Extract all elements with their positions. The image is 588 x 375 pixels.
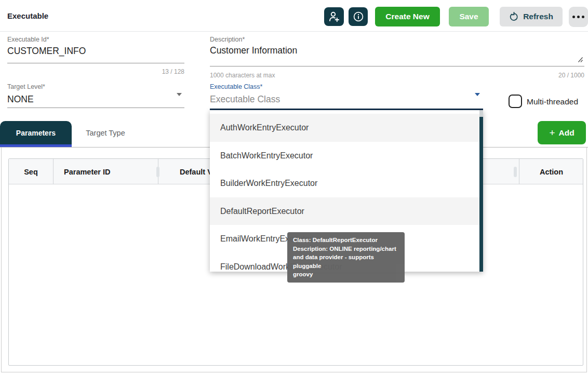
tooltip-line: Description: ONLINE reporting/chart [293,245,399,253]
tab-target-type[interactable]: Target Type [72,121,139,144]
info-button[interactable] [349,7,368,26]
dropdown-option[interactable]: DefaultReportExecutor [210,197,483,225]
textarea-resize-icon[interactable] [577,56,583,63]
refresh-button[interactable]: Refresh [500,7,563,26]
dropdown-option[interactable]: BatchWorkEntryExecutor [210,142,483,170]
add-button-label: Add [558,128,574,138]
tooltip-line: Class: DefaultReportExecutor [293,236,399,245]
multi-threaded-label: Multi-threaded [527,97,578,106]
column-resize-handle[interactable] [156,167,159,177]
page-title: Executable [7,11,48,20]
dropdown-option[interactable]: BuilderWorkEntryExecutor [210,169,483,197]
executable-page: Executable Create New Save Re [0,0,588,375]
executable-id-underline [7,63,184,63]
option-tooltip: Class: DefaultReportExecutor Description… [287,232,405,283]
description-underline [210,66,584,66]
refresh-label: Refresh [523,12,553,21]
executable-id-label: Executable Id* [7,36,49,43]
more-options-button[interactable] [569,7,588,27]
target-level-underline [7,108,184,108]
chevron-down-icon[interactable] [475,93,480,96]
column-resize-handle[interactable] [514,167,517,177]
column-divider [519,159,519,184]
target-level-label: Target Level* [7,83,45,90]
target-level-select[interactable]: NONE [7,94,34,105]
add-button[interactable]: + Add [538,121,586,144]
create-new-button[interactable]: Create New [375,7,440,26]
multi-threaded-checkbox[interactable] [509,95,522,108]
description-input[interactable]: Customer Information [210,45,297,56]
refresh-icon [509,12,519,22]
column-header-seq: Seq [9,159,53,184]
assign-user-button[interactable] [324,7,344,26]
tab-parameters-label: Parameters [16,129,56,137]
plus-icon: + [549,128,555,138]
executable-id-counter: 13 / 128 [7,68,184,75]
executable-class-label: Executable Class* [210,83,262,90]
executable-class-select[interactable]: Executable Class [210,94,280,105]
dropdown-option[interactable]: AuthWorkEntryExecutor [210,114,483,142]
more-dots-icon [572,16,575,18]
executable-id-input[interactable]: CUSTOMER_INFO [7,46,86,57]
tooltip-line: and data provider - supports pluggable [293,253,399,270]
column-divider [53,159,54,184]
chevron-down-icon[interactable] [177,93,182,96]
info-icon [352,10,365,23]
save-button[interactable]: Save [449,7,489,26]
tab-parameters[interactable]: Parameters [0,121,72,144]
dropdown-scrollbar[interactable] [479,117,483,272]
description-label: Description* [210,36,245,43]
tab-target-type-label: Target Type [86,129,125,137]
column-header-action: Action [519,159,584,184]
column-header-parameter-id: Parameter ID [64,159,110,184]
dropdown-scrollbar-track [479,110,483,117]
header-divider [0,31,588,32]
person-add-icon [328,10,340,23]
description-counter: 20 / 1000 [210,72,584,79]
tooltip-line: groovy [293,270,399,279]
